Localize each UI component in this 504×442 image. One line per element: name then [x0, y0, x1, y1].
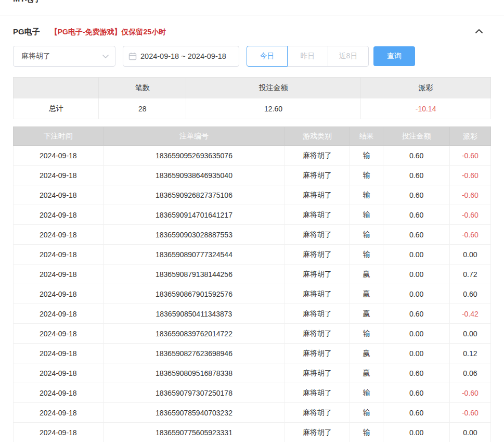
cell-bet-time: 2024-09-18: [14, 284, 104, 304]
cell-bet-amount: 0.60: [383, 363, 449, 383]
quick-range-8days-button[interactable]: 近8日: [328, 46, 369, 67]
cell-result: 赢: [350, 363, 383, 383]
cell-bet-amount: 0.00: [383, 264, 449, 284]
summary-table: 笔数 投注金额 派彩 总计 28 12.60 -10.14: [13, 77, 491, 119]
header-bet-time: 下注时间: [14, 127, 104, 146]
header-result: 结果: [350, 127, 383, 146]
game-select[interactable]: 麻将胡了: [13, 46, 115, 67]
search-button[interactable]: 查询: [373, 46, 415, 66]
table-row: 2024-09-181836590839762014722麻将胡了输0.000.…: [14, 324, 491, 344]
cell-bet-time: 2024-09-18: [14, 304, 104, 324]
cell-bet-amount: 0.60: [383, 185, 449, 205]
cell-order-id: 1836590827623698946: [103, 344, 285, 363]
cell-bet-time: 2024-09-18: [14, 363, 104, 383]
cell-order-id: 1836590839762014722: [103, 324, 285, 344]
cell-game-type: 麻将胡了: [285, 245, 350, 264]
cell-result: 输: [350, 423, 383, 442]
game-select-value: 麻将胡了: [21, 52, 50, 61]
filter-bar: 麻将胡了 2024-09-18 ~ 2024-09-18 今日 昨日 近8日 查…: [13, 46, 491, 67]
date-range-value: 2024-09-18 ~ 2024-09-18: [140, 52, 226, 60]
cell-order-id: 1836590809516878338: [103, 363, 285, 383]
cell-result: 输: [350, 383, 383, 403]
table-row: 2024-09-181836590879138144256麻将胡了赢0.000.…: [14, 264, 491, 284]
cell-payout: 0.00: [449, 245, 490, 264]
table-row: 2024-09-181836590850411343873麻将胡了赢0.60-0…: [14, 304, 491, 324]
cell-bet-time: 2024-09-18: [14, 146, 104, 166]
cell-bet-amount: 0.60: [383, 166, 449, 185]
summary-bet-amount-value: 12.60: [186, 98, 361, 119]
cell-result: 赢: [350, 304, 383, 324]
cell-result: 输: [350, 225, 383, 245]
cell-bet-amount: 0.00: [383, 344, 449, 363]
cell-payout: -0.60: [449, 185, 490, 205]
cell-game-type: 麻将胡了: [285, 185, 350, 205]
table-row: 2024-09-181836590952693635076麻将胡了输0.60-0…: [14, 146, 491, 166]
cell-bet-amount: 0.60: [383, 304, 449, 324]
cell-payout: 0.12: [449, 344, 490, 363]
cell-order-id: 1836590879138144256: [103, 264, 285, 284]
cell-bet-time: 2024-09-18: [14, 185, 104, 205]
cell-payout: -0.60: [449, 205, 490, 225]
cell-game-type: 麻将胡了: [285, 363, 350, 383]
cell-game-type: 麻将胡了: [285, 264, 350, 284]
quick-range-group: 今日 昨日 近8日: [247, 46, 369, 67]
quick-range-today-button[interactable]: 今日: [247, 46, 288, 67]
cell-result: 输: [350, 185, 383, 205]
cell-payout: 0.06: [449, 363, 490, 383]
cell-order-id: 1836590867901592576: [103, 284, 285, 304]
date-range-input[interactable]: 2024-09-18 ~ 2024-09-18: [123, 46, 239, 67]
cell-payout: 0.72: [449, 264, 490, 284]
cell-payout: -0.60: [449, 146, 490, 166]
cell-payout: -0.60: [449, 225, 490, 245]
cell-game-type: 麻将胡了: [285, 225, 350, 245]
quick-range-yesterday-button[interactable]: 昨日: [287, 46, 328, 67]
collapse-section-button[interactable]: [474, 28, 484, 36]
table-row: 2024-09-181836590775605923331麻将胡了输0.000.…: [14, 423, 491, 442]
cell-order-id: 1836590952693635076: [103, 146, 285, 166]
cell-result: 输: [350, 166, 383, 185]
summary-header-blank: [14, 78, 99, 98]
table-row: 2024-09-181836590890777324544麻将胡了输0.000.…: [14, 245, 491, 264]
cell-game-type: 麻将胡了: [285, 403, 350, 423]
cell-game-type: 麻将胡了: [285, 304, 350, 324]
summary-header-row: 笔数 投注金额 派彩: [14, 78, 491, 98]
cell-game-type: 麻将胡了: [285, 146, 350, 166]
calendar-icon: [128, 52, 137, 60]
cell-order-id: 1836590926827375106: [103, 185, 285, 205]
cell-bet-amount: 0.00: [383, 284, 449, 304]
section-notice: 【PG电子-免费游戏】仅保留25小时: [50, 28, 166, 37]
cell-bet-time: 2024-09-18: [14, 383, 104, 403]
prev-section-header[interactable]: MT电子: [13, 0, 491, 5]
cell-order-id: 1836590775605923331: [103, 423, 285, 442]
cell-bet-time: 2024-09-18: [14, 166, 104, 185]
summary-total-row: 总计 28 12.60 -10.14: [14, 98, 491, 119]
bet-table-body: 2024-09-181836590952693635076麻将胡了输0.60-0…: [14, 146, 491, 442]
cell-payout: -0.60: [449, 166, 490, 185]
header-order-id: 注单编号: [103, 127, 285, 146]
header-game-type: 游戏类别: [285, 127, 350, 146]
cell-bet-time: 2024-09-18: [14, 324, 104, 344]
cell-bet-amount: 0.00: [383, 245, 449, 264]
bet-table-header-row: 下注时间 注单编号 游戏类别 结果 投注金额 派彩: [14, 127, 491, 146]
cell-bet-amount: 0.60: [383, 146, 449, 166]
table-row: 2024-09-181836590926827375106麻将胡了输0.60-0…: [14, 185, 491, 205]
cell-payout: -0.60: [449, 383, 490, 403]
pg-section-header: PG电子 【PG电子-免费游戏】仅保留25小时: [13, 16, 491, 46]
cell-bet-amount: 0.00: [383, 423, 449, 442]
cell-order-id: 1836590785940703232: [103, 403, 285, 423]
summary-header-payout: 派彩: [361, 78, 491, 98]
cell-game-type: 麻将胡了: [285, 284, 350, 304]
cell-payout: -0.42: [449, 304, 490, 324]
table-row: 2024-09-181836590809516878338麻将胡了赢0.600.…: [14, 363, 491, 383]
cell-order-id: 1836590850411343873: [103, 304, 285, 324]
cell-payout: -0.60: [449, 403, 490, 423]
table-row: 2024-09-181836590867901592576麻将胡了赢0.000.…: [14, 284, 491, 304]
cell-result: 输: [350, 205, 383, 225]
table-row: 2024-09-181836590914701641217麻将胡了输0.60-0…: [14, 205, 491, 225]
report-page: MT电子 PG电子 【PG电子-免费游戏】仅保留25小时 麻将胡了: [0, 0, 504, 442]
prev-section-title[interactable]: MT电子: [13, 0, 491, 5]
chevron-down-icon: [102, 52, 109, 60]
cell-bet-amount: 0.00: [383, 324, 449, 344]
summary-header-count: 笔数: [99, 78, 186, 98]
cell-bet-amount: 0.60: [383, 205, 449, 225]
